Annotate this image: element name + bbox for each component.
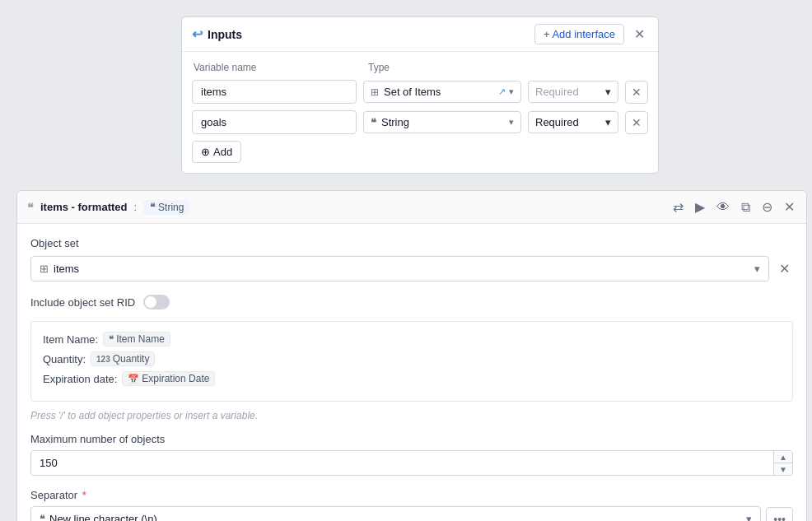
required-chevron-items: ▾ xyxy=(605,86,611,98)
quantity-key: Quantity: xyxy=(43,353,86,365)
inputs-title-label: Inputs xyxy=(208,28,242,41)
quantity-badge: 123 Quantity xyxy=(91,351,155,366)
type-icon-items: ⊞ xyxy=(371,86,379,98)
object-set-label: Object set xyxy=(30,237,793,249)
block-name: items - formatted xyxy=(40,201,127,213)
block-type-quote: ❝ xyxy=(150,202,155,213)
inputs-close-button[interactable]: ✕ xyxy=(631,25,648,44)
type-actions-items: ↗ ▾ xyxy=(498,86,514,97)
block-close-button[interactable]: ✕ xyxy=(782,198,796,216)
block-type-badge: ❝ String xyxy=(143,200,190,215)
separator-quote-icon: ❝ xyxy=(40,514,44,522)
input-row-goals: ❝ String ▾ Required ▾ ✕ xyxy=(192,110,648,134)
expiration-badge: 📅 Expiration Date xyxy=(122,371,215,386)
separator-required-mark: * xyxy=(82,489,86,501)
variable-name-label: Variable name xyxy=(194,62,358,73)
minus-button[interactable]: ⊖ xyxy=(760,198,774,216)
hide-button[interactable]: 👁 xyxy=(715,198,731,216)
type-label: Type xyxy=(368,62,390,73)
item-name-badge-icon: ❝ xyxy=(109,334,114,345)
inputs-header-actions: + Add interface ✕ xyxy=(534,24,648,44)
inputs-title-icon: ↩ xyxy=(192,26,203,42)
separator-label-text: Separator xyxy=(30,489,77,501)
max-objects-input[interactable] xyxy=(31,451,773,475)
property-line-itemname: Item Name: ❝ Item Name xyxy=(43,332,781,347)
include-rid-label: Include object set RID xyxy=(30,296,135,309)
block-header-actions: ⇄ ▶ 👁 ⧉ ⊖ ✕ xyxy=(671,198,796,216)
property-line-quantity: Quantity: 123 Quantity xyxy=(43,351,781,366)
separator-row: ❝ New line character (\n) ▾ ••• xyxy=(30,506,793,521)
inputs-body: Variable name Type ⊞ Set of Items ↗ ▾ Re… xyxy=(182,52,658,173)
item-name-badge-text: Item Name xyxy=(116,333,165,345)
row-close-items[interactable]: ✕ xyxy=(625,81,648,104)
required-select-goals[interactable]: Required ▾ xyxy=(528,111,618,133)
add-row-button[interactable]: ⊕ Add xyxy=(192,141,241,163)
type-icon-goals: ❝ xyxy=(371,116,376,128)
type-chevron-goals: ▾ xyxy=(509,117,514,128)
input-row-items: ⊞ Set of Items ↗ ▾ Required ▾ ✕ xyxy=(192,80,648,104)
object-set-dropdown[interactable]: ⊞ items ▾ xyxy=(30,256,769,281)
quantity-badge-icon: 123 xyxy=(96,355,110,364)
required-label-items: Required xyxy=(535,86,602,98)
object-set-chevron: ▾ xyxy=(754,263,760,275)
include-rid-row: Include object set RID xyxy=(30,295,793,309)
separator-label: Separator * xyxy=(30,489,793,501)
copy-button[interactable]: ⧉ xyxy=(740,198,752,216)
object-set-clear-button[interactable]: ✕ xyxy=(776,258,793,280)
properties-box[interactable]: Item Name: ❝ Item Name Quantity: 123 Qua… xyxy=(30,321,793,402)
required-chevron-goals: ▾ xyxy=(605,116,611,128)
row-close-goals[interactable]: ✕ xyxy=(625,111,648,134)
quantity-badge-text: Quantity xyxy=(113,353,150,365)
expiration-badge-text: Expiration Date xyxy=(142,373,209,384)
item-name-key: Item Name: xyxy=(43,333,98,346)
block-separator: : xyxy=(133,201,137,213)
type-label-items: Set of Items xyxy=(384,86,493,98)
inputs-header: ↩ Inputs + Add interface ✕ xyxy=(182,17,658,52)
var-name-input-goals[interactable] xyxy=(192,110,357,134)
spinner-up[interactable]: ▲ xyxy=(774,451,792,463)
inputs-title: ↩ Inputs xyxy=(192,26,242,42)
add-row-icon: ⊕ xyxy=(201,146,210,158)
number-spinners: ▲ ▼ xyxy=(773,451,792,475)
type-chevron-items: ▾ xyxy=(509,86,514,97)
block-panel: ❝ items - formatted : ❝ String ⇄ ▶ 👁 ⧉ ⊖… xyxy=(16,190,807,521)
expiration-key: Expiration date: xyxy=(43,373,117,385)
type-label-goals: String xyxy=(381,116,504,128)
separator-dropdown[interactable]: ❝ New line character (\n) ▾ xyxy=(30,506,761,521)
object-set-icon: ⊞ xyxy=(40,263,49,275)
block-header: ❝ items - formatted : ❝ String ⇄ ▶ 👁 ⧉ ⊖… xyxy=(17,191,806,224)
add-row-label: Add xyxy=(213,146,232,158)
block-title-area: ❝ items - formatted : ❝ String xyxy=(27,200,190,215)
type-actions-goals: ▾ xyxy=(509,117,514,128)
max-objects-input-row: ▲ ▼ xyxy=(30,450,793,476)
separator-more-button[interactable]: ••• xyxy=(766,507,793,522)
item-name-badge: ❝ Item Name xyxy=(103,332,170,347)
object-set-value: items xyxy=(54,263,749,275)
type-select-goals[interactable]: ❝ String ▾ xyxy=(363,111,521,133)
required-label-goals: Required xyxy=(535,116,602,128)
max-objects-label: Maximum number of objects xyxy=(30,433,793,445)
add-interface-button[interactable]: + Add interface xyxy=(534,24,624,44)
separator-chevron: ▾ xyxy=(746,513,752,521)
type-arrow-items: ↗ xyxy=(498,86,506,97)
include-rid-toggle[interactable] xyxy=(143,295,170,309)
type-select-items[interactable]: ⊞ Set of Items ↗ ▾ xyxy=(363,81,521,103)
inputs-labels: Variable name Type xyxy=(192,62,648,73)
block-quote-icon: ❝ xyxy=(27,201,34,214)
separator-value-text: New line character (\n) xyxy=(49,513,741,521)
block-body: Object set ⊞ items ▾ ✕ Include object se… xyxy=(17,224,806,521)
required-select-items[interactable]: Required ▾ xyxy=(528,81,618,103)
object-set-selector: ⊞ items ▾ ✕ xyxy=(30,256,793,281)
properties-hint: Press '/' to add object properties or in… xyxy=(30,410,793,421)
play-button[interactable]: ▶ xyxy=(693,198,707,216)
expiration-badge-icon: 📅 xyxy=(128,374,139,384)
var-name-input-items[interactable] xyxy=(192,80,357,104)
property-line-expiration: Expiration date: 📅 Expiration Date xyxy=(43,371,781,386)
block-type-text: String xyxy=(158,202,184,213)
inputs-panel: ↩ Inputs + Add interface ✕ Variable name… xyxy=(181,16,659,174)
swap-button[interactable]: ⇄ xyxy=(671,198,685,216)
spinner-down[interactable]: ▼ xyxy=(774,463,792,475)
